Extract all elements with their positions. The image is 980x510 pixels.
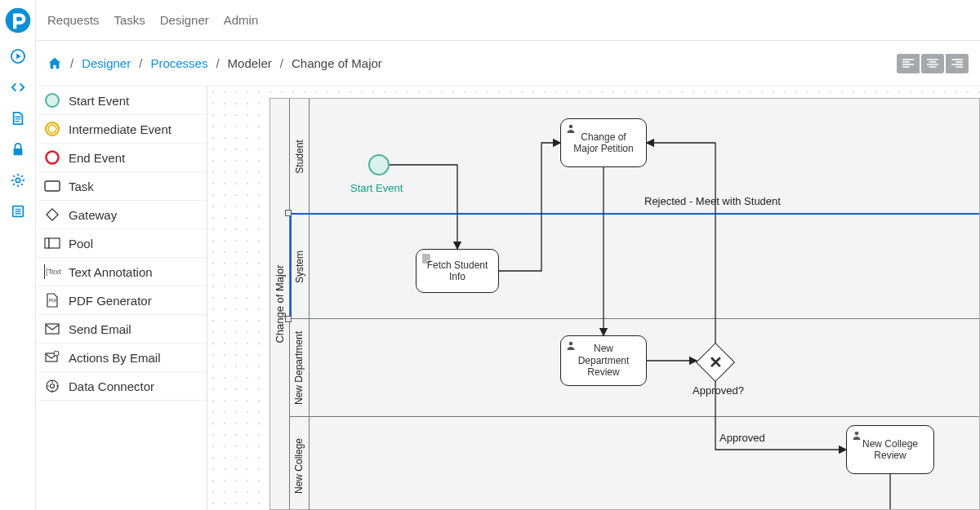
gateway-icon	[44, 207, 60, 222]
palette-label: PDF Generator	[69, 294, 152, 308]
pool-icon	[44, 236, 60, 251]
svg-rect-2	[14, 149, 23, 155]
text-annotation-icon: [Text	[44, 264, 60, 279]
rail-lock-icon[interactable]	[0, 134, 36, 165]
palette-label: Pool	[69, 237, 93, 251]
svg-point-5	[46, 94, 59, 107]
rail-list-icon[interactable]	[0, 196, 36, 227]
flow-label-approved: Approved	[719, 432, 765, 444]
palette-label: Send Email	[69, 322, 131, 336]
palette-pdf-generator[interactable]: PDF PDF Generator	[36, 286, 207, 315]
user-task-icon	[852, 430, 862, 442]
resize-handle[interactable]	[285, 316, 292, 322]
svg-rect-10	[47, 209, 58, 220]
crumb-modeler: Modeler	[228, 56, 272, 70]
palette-label: Task	[69, 180, 94, 193]
align-right-button[interactable]	[946, 54, 969, 73]
palette-pool[interactable]: Pool	[36, 229, 207, 258]
palette-label: Gateway	[69, 208, 117, 222]
palette-label: Start Event	[69, 94, 129, 108]
palette-label: Actions By Email	[69, 351, 161, 365]
palette-label: End Event	[69, 151, 125, 165]
breadcrumb-sep: /	[280, 56, 283, 70]
crumb-processes[interactable]: Processes	[150, 56, 207, 70]
breadcrumb-sep: /	[70, 56, 74, 70]
node-new-college-review[interactable]: New College Review	[846, 425, 934, 474]
breadcrumb: / Designer / Processes / Modeler / Chang…	[47, 56, 382, 71]
toolbar-align-group	[897, 54, 969, 73]
actions-email-icon	[44, 350, 60, 365]
palette-start-event[interactable]: Start Event	[36, 86, 207, 115]
task-icon	[44, 179, 60, 193]
node-label: New College Review	[862, 438, 918, 462]
svg-text:PDF: PDF	[49, 298, 57, 303]
pdf-icon: PDF	[44, 293, 60, 308]
breadcrumb-sep: /	[216, 56, 219, 70]
rail-document-icon[interactable]	[0, 103, 36, 134]
node-label: Fetch Student Info	[427, 259, 488, 283]
crumb-designer[interactable]: Designer	[82, 56, 131, 70]
gateway-label: Approved?	[693, 384, 744, 397]
align-center-button[interactable]	[921, 54, 944, 73]
node-new-dept-review[interactable]: New Department Review	[560, 335, 647, 386]
breadcrumb-sep: /	[139, 56, 142, 70]
rail-settings-icon[interactable]	[0, 165, 36, 196]
crumb-current: Change of Major	[292, 56, 382, 70]
script-task-icon	[421, 254, 431, 266]
align-left-button[interactable]	[897, 54, 920, 73]
palette-send-email[interactable]: Send Email	[36, 315, 207, 344]
top-nav: Requests Tasks Designer Admin	[36, 0, 980, 41]
palette-label: Intermediate Event	[69, 122, 172, 136]
nav-admin[interactable]: Admin	[224, 13, 259, 27]
lane-system[interactable]: System	[290, 215, 979, 319]
lane-label: New College	[290, 417, 310, 510]
svg-point-21	[855, 432, 859, 436]
svg-rect-12	[49, 238, 60, 248]
node-change-petition[interactable]: Change of Major Petition	[560, 118, 647, 167]
resize-handle[interactable]	[285, 210, 292, 216]
svg-point-16	[54, 351, 59, 356]
palette-label: Text Annotation	[69, 265, 153, 279]
element-palette: Start Event Intermediate Event End Event…	[36, 86, 207, 510]
rail-code-icon[interactable]	[0, 72, 36, 103]
pool-title: Change of Major	[274, 264, 286, 343]
lane-label: New Department	[290, 319, 310, 416]
pool-header[interactable]: Change of Major	[270, 99, 290, 509]
palette-end-event[interactable]: End Event	[36, 144, 207, 172]
breadcrumb-bar: / Designer / Processes / Modeler / Chang…	[36, 41, 980, 86]
user-task-icon	[566, 123, 576, 135]
palette-data-connector[interactable]: Data Connector	[36, 372, 207, 401]
intermediate-event-icon	[44, 122, 60, 136]
start-event-icon	[44, 93, 60, 108]
user-task-icon	[566, 340, 576, 353]
bpmn-canvas[interactable]: Change of Major Student System New Depar…	[270, 98, 980, 510]
node-fetch-student-info[interactable]: Fetch Student Info	[416, 249, 499, 293]
node-label: New Department Review	[578, 343, 630, 378]
svg-point-20	[569, 342, 573, 346]
nav-tasks[interactable]: Tasks	[114, 13, 145, 27]
data-connector-icon	[44, 379, 60, 393]
palette-text-annotation[interactable]: [Text Text Annotation	[36, 258, 207, 286]
home-icon[interactable]	[47, 56, 62, 71]
svg-point-8	[47, 152, 59, 164]
email-icon	[44, 322, 60, 336]
svg-rect-11	[45, 238, 49, 248]
rail-play-icon[interactable]	[0, 41, 36, 72]
nav-designer[interactable]: Designer	[160, 13, 209, 27]
svg-rect-9	[45, 181, 60, 191]
node-label: Change of Major Petition	[573, 131, 633, 155]
palette-label: Data Connector	[69, 379, 154, 393]
palette-gateway[interactable]: Gateway	[36, 201, 207, 229]
svg-point-19	[569, 125, 573, 129]
svg-rect-14	[46, 324, 59, 334]
app-logo[interactable]	[0, 0, 36, 41]
lane-label: System	[290, 215, 310, 318]
app-rail	[0, 0, 36, 510]
svg-point-0	[6, 8, 31, 33]
palette-intermediate-event[interactable]: Intermediate Event	[36, 115, 207, 144]
node-start-event[interactable]	[368, 154, 390, 175]
nav-requests[interactable]: Requests	[47, 13, 99, 27]
palette-actions-by-email[interactable]: Actions By Email	[36, 344, 207, 372]
palette-task[interactable]: Task	[36, 172, 207, 201]
svg-point-3	[16, 178, 20, 182]
